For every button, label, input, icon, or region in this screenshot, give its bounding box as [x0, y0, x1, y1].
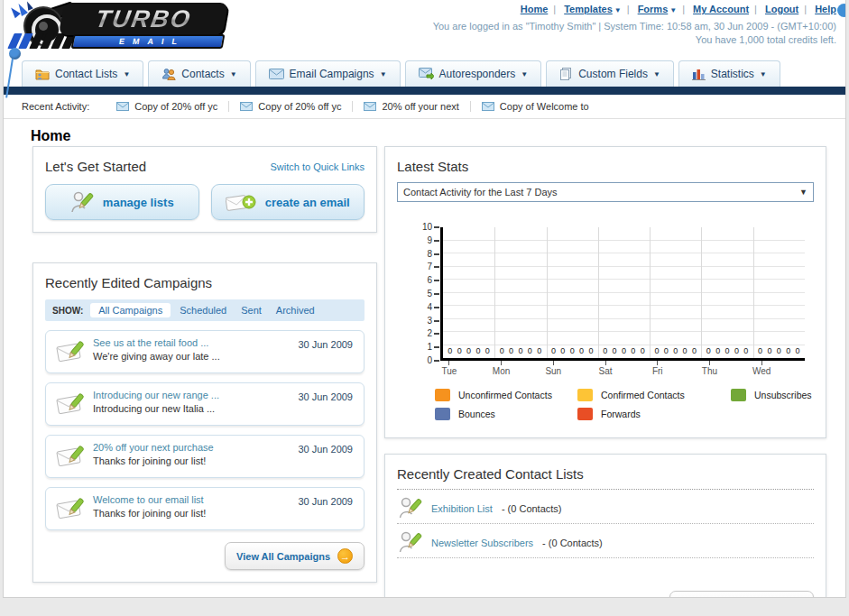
campaign-subject: We're giving away our late ...: [93, 351, 355, 362]
login-line: You are logged in as "Timothy Smith" | S…: [433, 20, 836, 33]
chevron-down-icon: ▼: [614, 6, 622, 14]
chart-x-axis: TueMonSunSatFriThuWed: [423, 361, 788, 376]
envelope-pencil-icon: [55, 495, 86, 522]
tab-contact-lists[interactable]: Contact Lists▼: [22, 60, 143, 87]
nav-logout-link[interactable]: Logout: [765, 4, 798, 14]
envelope-icon: [364, 102, 376, 111]
chevron-down-icon: ▼: [521, 70, 528, 78]
nav-my-account-link[interactable]: My Account: [693, 4, 749, 14]
tab-contacts[interactable]: Contacts▼: [148, 60, 250, 87]
contact-list-row[interactable]: Newsletter Subscribers - (0 Contacts): [397, 524, 814, 558]
chart-legend: Unconfirmed ContactsConfirmed ContactsUn…: [435, 389, 814, 420]
envelope-pencil-icon: [55, 443, 86, 470]
tab-custom-fields[interactable]: Custom Fields▼: [546, 60, 674, 87]
envelope-arrow-icon: [419, 68, 434, 80]
chevron-down-icon: ▼: [653, 70, 660, 78]
contact-list-row[interactable]: Exhibition List - (0 Contacts): [397, 490, 814, 524]
campaign-subject: Thanks for joining our list!: [93, 455, 355, 466]
campaigns-title: Recently Edited Campaigns: [45, 275, 365, 290]
legend-item: Unsubscribes: [731, 389, 846, 401]
switch-quick-links-link[interactable]: Switch to Quick Links: [270, 161, 365, 172]
legend-item: Confirmed Contacts: [577, 389, 731, 401]
campaign-row[interactable]: 20% off your next purchase Thanks for jo…: [45, 435, 365, 478]
users-icon: [161, 68, 176, 80]
campaign-subject: Thanks for joining our list!: [93, 508, 355, 519]
envelope-icon: [116, 102, 129, 111]
campaign-date: 30 Jun 2009: [298, 496, 353, 507]
login-info: You are logged in as "Timothy Smith" | S…: [433, 20, 836, 47]
blue-pin-icon: [9, 48, 21, 60]
tab-email-campaigns[interactable]: Email Campaigns▼: [255, 60, 401, 87]
chevron-down-icon: ▼: [799, 188, 807, 197]
main-tab-bar: Contact Lists▼ Contacts▼ Email Campaigns…: [4, 58, 845, 87]
filter-all-campaigns[interactable]: All Campaigns: [90, 303, 171, 317]
see-all-contact-lists-button[interactable]: See All Contact Lists →: [669, 591, 814, 598]
tab-statistics[interactable]: Statistics▼: [678, 60, 780, 87]
nav-help-link[interactable]: Help: [815, 4, 836, 14]
chart-y-axis: 012345678910: [417, 227, 440, 361]
contact-list-link[interactable]: Exhibition List: [431, 503, 493, 514]
recent-activity-item[interactable]: Copy of 20% off yc: [229, 101, 353, 112]
turbo-email-logo: TURBO EMAIL: [9, 3, 230, 53]
envelope-plus-icon: [226, 191, 256, 213]
view-all-campaigns-button[interactable]: View All Campaigns →: [225, 542, 365, 570]
recent-activity-item[interactable]: Copy of 20% off yc: [106, 101, 229, 112]
envelope-pencil-icon: [55, 338, 86, 365]
chart-plot-area: 00000000000000000000000000000000000: [440, 227, 805, 361]
arrow-right-icon: →: [337, 548, 353, 564]
tab-autoresponders[interactable]: Autoresponders▼: [405, 60, 542, 87]
contact-list-link[interactable]: Newsletter Subscribers: [431, 538, 533, 548]
arrow-right-icon: →: [787, 597, 802, 598]
filter-scheduled[interactable]: Scheduled: [180, 305, 226, 316]
person-pencil-icon: [399, 496, 422, 520]
credits-line: You have 1,000 total credits left.: [433, 33, 836, 47]
chevron-down-icon: ▼: [230, 70, 237, 78]
logo-subtitle: EMAIL: [71, 34, 226, 49]
campaign-row[interactable]: See us at the retail food ... We're givi…: [45, 330, 365, 373]
get-started-panel: Let's Get Started Switch to Quick Links …: [32, 146, 377, 233]
campaign-row[interactable]: Welcome to our email list Thanks for joi…: [45, 487, 365, 530]
recent-activity-item[interactable]: Copy of Welcome to: [471, 101, 600, 112]
create-email-button[interactable]: create an email: [211, 184, 365, 220]
nav-home-link[interactable]: Home: [521, 4, 549, 14]
latest-stats-title: Latest Stats: [397, 159, 814, 174]
campaign-row[interactable]: Introducing our new range ... Introducin…: [45, 382, 365, 426]
page-title: Home: [31, 128, 845, 144]
chevron-down-icon: ▼: [760, 70, 767, 78]
navy-divider-bar: [4, 87, 845, 95]
manage-lists-button[interactable]: manage lists: [45, 184, 199, 220]
recent-activity-bar: Recent Activity: Copy of 20% off yc Copy…: [4, 95, 845, 119]
pages-icon: [559, 68, 573, 80]
envelope-icon: [240, 102, 253, 111]
chevron-down-icon: ▼: [669, 6, 677, 14]
stats-period-select[interactable]: Contact Activity for the Last 7 Days ▼: [397, 182, 814, 202]
app-window: TURBO EMAIL Home| Templates▼| Forms▼| My…: [3, 0, 846, 598]
campaign-date: 30 Jun 2009: [298, 339, 353, 350]
contact-list-count: - (0 Contacts): [542, 538, 603, 548]
campaign-subject: Introducing our new Italia ...: [93, 403, 355, 414]
envelope-icon: [269, 69, 284, 79]
nav-forms-link[interactable]: Forms: [638, 4, 669, 14]
contact-activity-chart: 012345678910 000000000000000000000000000…: [417, 227, 814, 361]
chevron-down-icon: ▼: [380, 70, 387, 78]
legend-item: Unconfirmed Contacts: [435, 389, 577, 401]
campaign-date: 30 Jun 2009: [298, 444, 353, 455]
legend-item: Forwards: [577, 408, 731, 420]
recent-activity-label: Recent Activity:: [22, 101, 89, 112]
recent-campaigns-panel: Recently Edited Campaigns SHOW: All Camp…: [32, 262, 377, 583]
filter-archived[interactable]: Archived: [276, 305, 315, 316]
legend-item: Bounces: [435, 408, 577, 420]
campaign-date: 30 Jun 2009: [298, 391, 353, 402]
bar-chart-icon: [692, 68, 706, 80]
show-label: SHOW:: [52, 306, 83, 316]
logo-title: TURBO: [59, 3, 228, 35]
filter-sent[interactable]: Sent: [241, 305, 262, 316]
chevron-down-icon: ▼: [123, 70, 130, 78]
contact-lists-panel: Recently Created Contact Lists Exhibitio…: [384, 454, 826, 598]
get-started-title: Let's Get Started: [45, 159, 146, 174]
help-bubble-icon[interactable]: [837, 4, 846, 17]
latest-stats-panel: Latest Stats Contact Activity for the La…: [384, 146, 826, 438]
recent-activity-item[interactable]: 20% off your next: [353, 101, 470, 112]
nav-templates-link[interactable]: Templates: [564, 4, 613, 14]
envelope-pencil-icon: [55, 391, 86, 418]
